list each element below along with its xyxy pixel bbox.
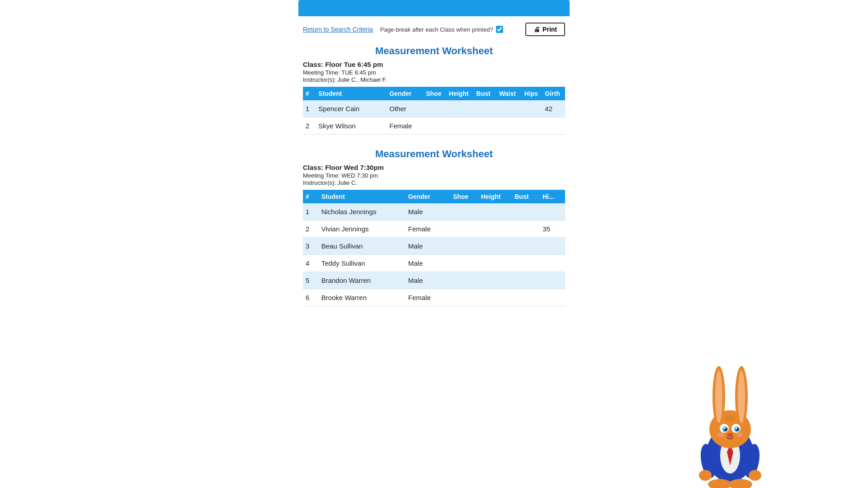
cell-student: Beau Sullivan: [319, 238, 406, 255]
cell-num: 5: [303, 272, 319, 289]
cell-hips: [540, 203, 565, 221]
cell-gender: Male: [406, 255, 450, 272]
cell-shoe: [450, 272, 478, 289]
class-title-2: Class: Floor Wed 7:30pm: [303, 164, 565, 171]
meeting-time-2: Meeting Time: WED 7:30 pm: [303, 172, 565, 179]
cell-num: 1: [303, 100, 316, 117]
cell-bust: [512, 255, 540, 272]
toolbar: Return to Search Criteria Page-break aft…: [298, 16, 570, 41]
cell-girth: 42: [542, 100, 565, 117]
worksheet-title-2: Measurement Worksheet: [303, 148, 565, 160]
meeting-time-1: Meeting Time: TUE 6:45 pm: [303, 69, 565, 76]
table-row: 1 Nicholas Jennings Male: [303, 203, 565, 221]
col-header-gender-2: Gender: [406, 190, 450, 203]
cell-height: [446, 117, 474, 135]
instructors-2: Instructor(s): Julie C.: [303, 179, 565, 186]
cell-num: 6: [303, 289, 319, 306]
instructors-1: Instructor(s): Julie C., Michael F.: [303, 76, 565, 83]
cell-student: Teddy Sullivan: [319, 255, 406, 272]
col-header-student-1: Student: [316, 87, 387, 100]
cell-height: [478, 203, 512, 221]
table-row: 6 Brooke Warren Female: [303, 289, 565, 306]
cell-bust: [512, 289, 540, 306]
cell-shoe: [450, 221, 478, 238]
cell-num: 4: [303, 255, 319, 272]
cell-hips: [522, 100, 542, 117]
col-header-num-1: #: [303, 87, 316, 100]
col-header-gender-1: Gender: [387, 87, 423, 100]
col-header-bust-2: Bust: [512, 190, 540, 203]
cell-bust: [474, 117, 497, 135]
cell-gender: Other: [387, 100, 423, 117]
return-link[interactable]: Return to Search Criteria: [303, 26, 373, 33]
table-row: 5 Brandon Warren Male: [303, 272, 565, 289]
cell-gender: Male: [406, 238, 450, 255]
top-bar: [298, 0, 570, 16]
cell-height: [478, 255, 512, 272]
col-header-hips-2: Hi...: [540, 190, 565, 203]
cell-student: Skye Wilson: [316, 117, 387, 135]
cell-height: [478, 221, 512, 238]
cell-bust: [512, 221, 540, 238]
cell-num: 2: [303, 221, 319, 238]
print-button[interactable]: 🖨 Print: [525, 23, 565, 36]
cell-hips: [540, 255, 565, 272]
table-row: 4 Teddy Sullivan Male: [303, 255, 565, 272]
col-header-num-2: #: [303, 190, 319, 203]
col-header-student-2: Student: [319, 190, 406, 203]
table-row: 3 Beau Sullivan Male: [303, 238, 565, 255]
printer-icon: 🖨: [533, 26, 540, 33]
col-header-waist-1: Waist: [496, 87, 522, 100]
col-header-shoe-1: Shoe: [423, 87, 446, 100]
cell-gender: Female: [406, 221, 450, 238]
cell-bust: [512, 272, 540, 289]
cell-student: Brooke Warren: [319, 289, 406, 306]
table-row: 2 Skye Wilson Female: [303, 117, 565, 135]
cell-student: Vivian Jennings: [319, 221, 406, 238]
cell-waist: [496, 100, 522, 117]
cell-shoe: [450, 203, 478, 221]
cell-waist: [496, 117, 522, 135]
cell-shoe: [423, 100, 446, 117]
col-header-shoe-2: Shoe: [450, 190, 478, 203]
cell-shoe: [423, 117, 446, 135]
page-break-label: Page-break after each Class when printed…: [380, 26, 503, 33]
col-header-hips-1: Hips: [522, 87, 542, 100]
cell-height: [478, 272, 512, 289]
cell-gender: Female: [387, 117, 423, 135]
cell-num: 3: [303, 238, 319, 255]
cell-height: [478, 238, 512, 255]
col-header-bust-1: Bust: [474, 87, 497, 100]
cell-bust: [512, 203, 540, 221]
page-break-checkbox[interactable]: [496, 26, 503, 33]
cell-num: 2: [303, 117, 316, 135]
cell-hips: [540, 272, 565, 289]
cell-girth: [542, 117, 565, 135]
cell-hips: 35: [540, 221, 565, 238]
cell-hips: [540, 238, 565, 255]
cell-gender: Female: [406, 289, 450, 306]
cell-hips: [522, 117, 542, 135]
cell-num: 1: [303, 203, 319, 221]
cell-shoe: [450, 289, 478, 306]
cell-gender: Male: [406, 203, 450, 221]
cell-student: Nicholas Jennings: [319, 203, 406, 221]
cell-student: Brandon Warren: [319, 272, 406, 289]
table-row: 2 Vivian Jennings Female 35: [303, 221, 565, 238]
cell-hips: [540, 289, 565, 306]
cell-gender: Male: [406, 272, 450, 289]
section-1: Measurement Worksheet Class: Floor Tue 6…: [298, 45, 570, 144]
col-header-height-1: Height: [446, 87, 474, 100]
cell-height: [478, 289, 512, 306]
col-header-height-2: Height: [478, 190, 512, 203]
cell-bust: [474, 100, 497, 117]
cell-bust: [512, 238, 540, 255]
table-2: # Student Gender Shoe Height Bust Hi... …: [303, 190, 565, 306]
cell-student: Spencer Cain: [316, 100, 387, 117]
table-1: # Student Gender Shoe Height Bust Waist …: [303, 87, 565, 135]
class-title-1: Class: Floor Tue 6:45 pm: [303, 61, 565, 68]
cell-shoe: [450, 238, 478, 255]
page-wrapper: Return to Search Criteria Page-break aft…: [298, 0, 570, 315]
cell-shoe: [450, 255, 478, 272]
col-header-girth-1: Girth: [542, 87, 565, 100]
